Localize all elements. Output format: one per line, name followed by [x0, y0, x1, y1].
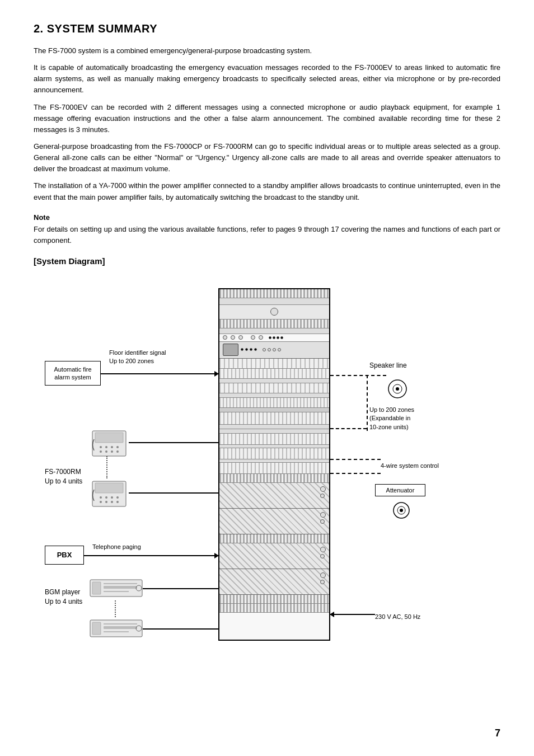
pbx-arrow [84, 555, 218, 556]
bgm-player-label: BGM playerUp to 4 units [45, 588, 82, 607]
diagram-section-title: [System Diagram] [34, 256, 500, 266]
paragraph-3: The FS-7000EV can be recorded with 2 dif… [34, 102, 500, 135]
svg-point-9 [100, 446, 102, 448]
svg-rect-31 [104, 586, 137, 589]
paragraph-5: The installation of a YA-7000 within the… [34, 180, 500, 203]
svg-point-27 [116, 501, 119, 503]
attenuator-box: Attenuator [375, 484, 425, 496]
bgm-line-1 [143, 588, 218, 589]
floor-identifier-label: Floor identifier signalUp to 200 zones [109, 349, 166, 366]
paragraph-1: The FS-7000 system is a combined emergen… [34, 45, 500, 57]
svg-rect-35 [92, 622, 101, 635]
zone-bracket-left [367, 375, 368, 431]
svg-point-12 [116, 446, 119, 448]
note-section: Note For details on setting up and using… [34, 213, 500, 246]
note-title: Note [34, 213, 500, 222]
four-wire-label: 4-wire system control [381, 462, 439, 470]
svg-point-16 [116, 450, 119, 453]
bgm-dotted-bracket [115, 600, 116, 617]
fire-alarm-arrow [101, 373, 218, 374]
svg-point-20 [100, 496, 102, 499]
svg-rect-18 [95, 483, 123, 493]
svg-point-13 [100, 450, 102, 453]
section-title: 2. SYSTEM SUMMARY [34, 22, 500, 35]
svg-point-26 [111, 501, 113, 503]
paragraph-4: General-purpose broadcasting from the FS… [34, 141, 500, 175]
bgm-device-1 [90, 579, 143, 597]
power-label: 230 V AC, 50 Hz [375, 613, 420, 621]
page-number: 7 [495, 727, 500, 739]
phone-device-1 [90, 428, 129, 459]
svg-point-5 [400, 509, 403, 512]
bgm-device-2 [90, 619, 143, 637]
svg-point-2 [396, 387, 399, 391]
svg-rect-7 [95, 433, 123, 443]
bgm-line-2 [143, 628, 218, 630]
svg-point-21 [105, 496, 107, 499]
speaker-icon-top [386, 378, 409, 400]
rm-line-2 [129, 492, 218, 494]
speaker-line-label: Speaker line [369, 361, 407, 370]
speaker-icon-bottom [392, 501, 411, 520]
rm-dotted-bracket [106, 456, 107, 478]
phone-device-2 [90, 478, 129, 509]
svg-rect-29 [92, 582, 101, 594]
note-text: For details on setting up and using the … [34, 224, 500, 246]
svg-point-25 [105, 501, 107, 503]
fs7000rm-label: FS-7000RMUp to 4 units [45, 467, 82, 486]
paragraph-2: It is capable of automatically broadcast… [34, 62, 500, 96]
zones-label: Up to 200 zones(Expandable in10-zone uni… [369, 406, 414, 431]
svg-point-24 [100, 501, 102, 503]
svg-point-23 [116, 496, 119, 499]
fire-alarm-box: Automatic firealarm system [45, 361, 101, 386]
four-wire-dashed-top [330, 459, 381, 460]
speaker-dashed-line [330, 375, 386, 376]
rm-line-1 [129, 442, 218, 443]
svg-point-15 [111, 450, 113, 453]
svg-rect-37 [104, 626, 137, 629]
svg-point-11 [111, 446, 113, 448]
svg-point-14 [105, 450, 107, 453]
svg-point-10 [105, 446, 107, 448]
four-wire-dashed-bottom [330, 473, 381, 474]
rack-unit [218, 288, 330, 641]
zone-dashed-line-bottom [330, 428, 367, 429]
svg-point-22 [111, 496, 113, 499]
telephone-paging-label: Telephone paging [92, 543, 141, 551]
system-diagram: Automatic firealarm system Floor identif… [34, 277, 515, 658]
pbx-box: PBX [45, 546, 84, 565]
power-arrow [330, 614, 375, 615]
